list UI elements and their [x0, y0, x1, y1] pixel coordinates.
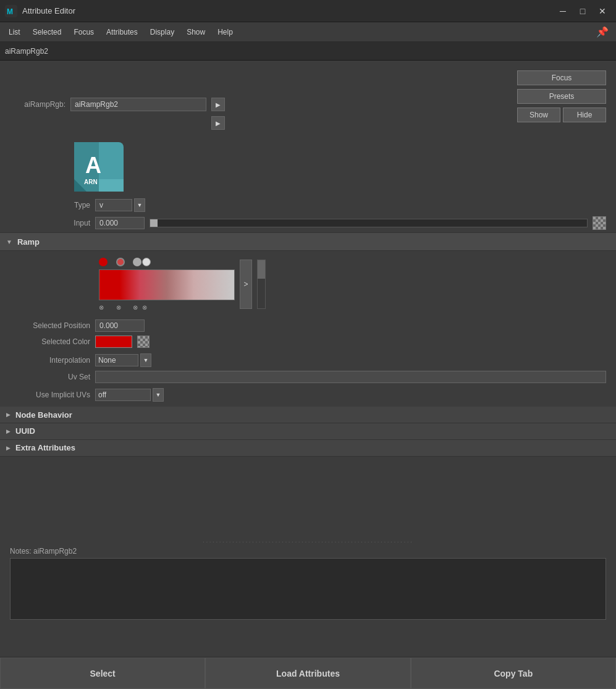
- notes-node-name: aiRampRgb2: [33, 547, 77, 556]
- ramp-bottom-icon-0[interactable]: ⊗: [99, 304, 104, 311]
- tab-label[interactable]: aiRampRgb2: [5, 47, 48, 56]
- ramp-scrollbar-thumb: [258, 260, 265, 279]
- use-implicit-uvs-label: Use Implicit UVs: [10, 391, 90, 399]
- header-area: aiRampRgb: ▶ ▶ Focus Presets Show Hide: [0, 61, 616, 137]
- ramp-handle-0[interactable]: [99, 258, 108, 266]
- ramp-expand-button[interactable]: >: [240, 260, 252, 309]
- main-content: aiRampRgb: ▶ ▶ Focus Presets Show Hide: [0, 61, 616, 657]
- spacer: [0, 457, 616, 531]
- ramp-visual-container: ⊗ ⊗ ⊗ ⊗ >: [0, 253, 616, 315]
- selected-position-label: Selected Position: [10, 321, 90, 330]
- ramp-gradient[interactable]: [99, 269, 235, 300]
- ramp-bottom-icons: ⊗ ⊗ ⊗ ⊗: [99, 302, 235, 313]
- ramp-widget: ⊗ ⊗ ⊗ ⊗: [99, 256, 235, 313]
- arrow-right-2[interactable]: ▶: [211, 116, 225, 130]
- ramp-section-title: Ramp: [17, 237, 40, 247]
- svg-text:ARN: ARN: [84, 179, 98, 185]
- selected-position-input[interactable]: [95, 319, 145, 332]
- extra-attributes-label: Extra Attributes: [15, 443, 75, 452]
- input-row: Input: [0, 214, 616, 232]
- close-button[interactable]: ✕: [594, 2, 611, 20]
- ramp-scrollbar[interactable]: [257, 260, 266, 309]
- interpolation-row: Interpolation ▼: [0, 352, 616, 368]
- input-value[interactable]: [95, 217, 145, 229]
- load-attributes-button[interactable]: Load Attributes: [205, 657, 410, 689]
- selected-position-row: Selected Position: [10, 318, 606, 334]
- interp-dropdown-arrow[interactable]: ▼: [140, 353, 151, 367]
- extra-attributes-section[interactable]: ▶ Extra Attributes: [0, 440, 616, 457]
- uv-set-input[interactable]: [95, 371, 606, 383]
- menu-display[interactable]: Display: [144, 25, 180, 39]
- menu-help[interactable]: Help: [211, 25, 239, 39]
- color-checker[interactable]: [137, 336, 150, 348]
- menu-attributes[interactable]: Attributes: [100, 25, 144, 39]
- extra-attributes-triangle: ▶: [6, 445, 11, 451]
- type-dropdown-arrow[interactable]: ▼: [134, 198, 145, 212]
- notes-textarea[interactable]: [10, 558, 606, 620]
- interpolation-input[interactable]: [95, 354, 138, 366]
- notes-label: Notes: aiRampRgb2: [10, 547, 606, 556]
- notes-text: Notes:: [10, 547, 32, 556]
- maximize-button[interactable]: □: [574, 2, 591, 20]
- show-button[interactable]: Show: [517, 108, 560, 122]
- menu-show[interactable]: Show: [180, 25, 211, 39]
- arnold-icon-area: A ARN: [0, 137, 616, 197]
- uvs-dropdown-arrow[interactable]: ▼: [153, 388, 164, 402]
- uvs-select-container: ▼: [95, 388, 164, 402]
- pin-icon[interactable]: 📌: [591, 23, 614, 40]
- title-bar: M Attribute Editor ─ □ ✕: [0, 0, 616, 22]
- type-row: Type ▼: [0, 197, 616, 214]
- node-behavior-section[interactable]: ▶ Node Behavior: [0, 407, 616, 423]
- focus-button[interactable]: Focus: [517, 70, 606, 85]
- type-label: Type: [10, 201, 90, 209]
- tab-bar: aiRampRgb2: [0, 42, 616, 61]
- header-right: Focus Presets Show Hide: [517, 68, 606, 130]
- window-title: Attribute Editor: [22, 6, 554, 15]
- color-swatch[interactable]: [95, 336, 132, 348]
- interp-select-container: ▼: [95, 353, 151, 367]
- menu-list[interactable]: List: [2, 25, 27, 39]
- type-input[interactable]: [95, 199, 132, 211]
- bottom-spacer: [0, 627, 616, 657]
- slider-thumb[interactable]: [150, 219, 158, 227]
- uv-set-label: Uv Set: [10, 373, 90, 381]
- notes-dots: ........................................…: [10, 536, 606, 544]
- node-name-label: aiRampRgb:: [10, 100, 65, 109]
- arrow-right-1[interactable]: ▶: [211, 98, 225, 111]
- uv-set-row: Uv Set: [0, 368, 616, 386]
- app-icon: M: [5, 5, 17, 17]
- presets-button[interactable]: Presets: [517, 89, 606, 104]
- uuid-section[interactable]: ▶ UUID: [0, 423, 616, 440]
- input-slider[interactable]: [150, 219, 588, 227]
- node-name-row: aiRampRgb: ▶: [10, 98, 507, 111]
- svg-text:A: A: [85, 153, 101, 178]
- ramp-handle-1[interactable]: [116, 258, 125, 266]
- menu-selected[interactable]: Selected: [27, 25, 68, 39]
- arnold-logo: A ARN: [74, 142, 124, 192]
- use-implicit-uvs-input[interactable]: [95, 389, 151, 401]
- node-arrow-row: ▶: [10, 116, 507, 130]
- ramp-area: ⊗ ⊗ ⊗ ⊗ > Selected Position Selected Col…: [0, 251, 616, 407]
- type-select-container: ▼: [95, 198, 145, 212]
- ramp-bottom-icon-1[interactable]: ⊗: [116, 304, 121, 311]
- hide-button[interactable]: Hide: [563, 108, 606, 122]
- input-checker[interactable]: [593, 216, 606, 230]
- notes-area: ........................................…: [0, 531, 616, 627]
- ramp-bottom-icon-3[interactable]: ⊗: [142, 304, 147, 311]
- select-button[interactable]: Select: [0, 657, 205, 689]
- menu-bar: List Selected Focus Attributes Display S…: [0, 22, 616, 42]
- ramp-handle-2[interactable]: [133, 258, 141, 266]
- copy-tab-button[interactable]: Copy Tab: [411, 657, 616, 689]
- interpolation-label: Interpolation: [10, 356, 90, 365]
- selected-color-row: Selected Color: [10, 334, 606, 350]
- ramp-handle-3[interactable]: [142, 258, 151, 266]
- node-name-input[interactable]: [70, 98, 206, 111]
- ramp-bottom-icon-2[interactable]: ⊗: [133, 304, 138, 311]
- window-controls: ─ □ ✕: [554, 2, 611, 20]
- minimize-button[interactable]: ─: [554, 2, 572, 20]
- menu-focus[interactable]: Focus: [67, 25, 100, 39]
- ramp-triangle: ▼: [6, 239, 12, 245]
- ramp-section-header[interactable]: ▼ Ramp: [0, 232, 616, 252]
- svg-text:M: M: [7, 7, 13, 16]
- show-hide-group: Show Hide: [517, 108, 606, 122]
